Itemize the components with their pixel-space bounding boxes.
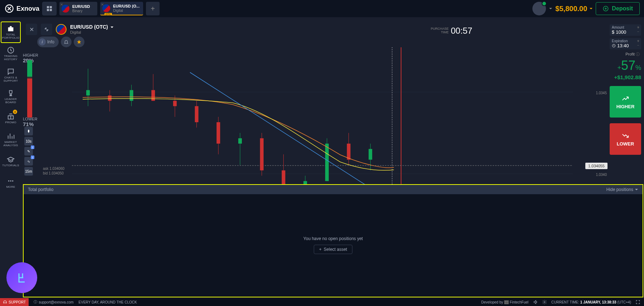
dots-icon bbox=[7, 177, 15, 185]
svg-point-50 bbox=[544, 301, 545, 303]
price-label-lower: 1.0340 bbox=[596, 173, 607, 177]
headset-icon bbox=[3, 300, 7, 304]
exp-minus[interactable]: − bbox=[636, 43, 640, 47]
deposit-button[interactable]: Deposit bbox=[596, 2, 640, 15]
support-button[interactable]: SUPPORT bbox=[0, 298, 29, 306]
timeframe-button[interactable]: 15m bbox=[24, 167, 33, 176]
verified-icon bbox=[542, 1, 547, 6]
notifications-button[interactable] bbox=[61, 37, 72, 47]
svg-rect-6 bbox=[8, 28, 14, 32]
svg-rect-35 bbox=[238, 138, 242, 144]
svg-rect-47 bbox=[369, 149, 372, 160]
corner-logo-icon bbox=[14, 270, 30, 286]
tab-eurusd-digital[interactable]: ✕ OTC EUR/USD (O... Digital bbox=[100, 2, 143, 15]
sidebar-item-portfolio[interactable]: TOTAL PORTFOLIO bbox=[1, 21, 21, 43]
sidebar-item-leaderboard[interactable]: LEADER BOARD bbox=[1, 86, 21, 107]
select-asset-button[interactable]: + Select asset bbox=[314, 245, 352, 254]
purchase-time: PURCHASE TIME 00:57 bbox=[431, 26, 472, 36]
info-icon: i bbox=[39, 38, 46, 46]
exp-plus[interactable]: + bbox=[636, 39, 640, 43]
trend-down-icon bbox=[621, 132, 629, 140]
fullscreen-icon[interactable] bbox=[635, 300, 640, 305]
svg-point-10 bbox=[10, 180, 11, 182]
briefcase-icon bbox=[7, 25, 15, 33]
svg-rect-45 bbox=[347, 144, 351, 160]
sidebar-item-tutorials[interactable]: TUTORIALS bbox=[1, 150, 21, 172]
svg-rect-43 bbox=[325, 144, 329, 181]
chart-icon bbox=[7, 132, 15, 140]
chevron-down-icon bbox=[589, 7, 593, 10]
academic-icon bbox=[7, 156, 15, 163]
hide-positions-button[interactable]: Hide positions bbox=[606, 187, 638, 192]
amount-input[interactable]: Amount? $1000 +− bbox=[610, 24, 641, 36]
sidebar-item-promo[interactable]: 4 PROMO bbox=[1, 107, 21, 129]
tab-eurusd-binary[interactable]: ✕ EUR/USD Binary bbox=[59, 2, 97, 15]
svg-rect-25 bbox=[130, 90, 133, 101]
avatar[interactable] bbox=[532, 2, 546, 15]
close-icon[interactable]: ✕ bbox=[101, 3, 104, 6]
clock-icon bbox=[612, 44, 616, 48]
current-price-tag: 1.034055 bbox=[585, 163, 608, 169]
chat-icon bbox=[7, 68, 15, 76]
sidebar-item-chats[interactable]: CHATS & SUPPORT bbox=[1, 64, 21, 86]
svg-rect-3 bbox=[47, 9, 49, 11]
chevron-down-icon[interactable] bbox=[549, 7, 552, 10]
chart-header: ✕ EUR/USD (OTC) Digital bbox=[23, 21, 644, 37]
portfolio-panel: Total portfolio Hide positions You have … bbox=[23, 184, 643, 297]
deposit-icon bbox=[602, 5, 609, 12]
indicator-button[interactable]: 1∿ bbox=[24, 157, 33, 166]
profit-label: Profit ⓘ bbox=[610, 52, 641, 57]
amount-minus[interactable]: − bbox=[636, 29, 640, 34]
close-chart-button[interactable]: ✕ bbox=[26, 24, 37, 35]
portfolio-title: Total portfolio bbox=[28, 187, 53, 192]
svg-rect-4 bbox=[50, 9, 52, 11]
balance[interactable]: $5,800.00 bbox=[555, 5, 593, 13]
sound-icon[interactable] bbox=[533, 300, 538, 305]
sidebar-item-history[interactable]: TRADING HISTORY bbox=[1, 43, 21, 64]
empty-positions-text: You have no open positions yet bbox=[303, 236, 363, 241]
settings-icon[interactable] bbox=[542, 300, 547, 305]
star-icon bbox=[77, 39, 82, 44]
candle-type-button[interactable] bbox=[24, 127, 33, 135]
chart-tools: 10s 1✎ 1∿ 15m bbox=[24, 127, 33, 176]
trade-panel: Amount? $1000 +− Expiration? 13:40 +− Pr… bbox=[610, 24, 641, 155]
top-bar: Exnova ✕ EUR/USD Binary ✕ OTC EUR/USD (O… bbox=[0, 0, 644, 17]
sidebar-item-analysis[interactable]: MARKET ANALYSIS bbox=[1, 129, 21, 150]
promo-badge: 4 bbox=[13, 110, 17, 114]
svg-point-11 bbox=[12, 180, 14, 182]
sidebar-label: TOTAL PORTFOLIO bbox=[2, 33, 20, 40]
interval-button[interactable]: 10s bbox=[24, 137, 33, 145]
left-sidebar: TOTAL PORTFOLIO TRADING HISTORY CHATS & … bbox=[0, 21, 21, 193]
higher-button[interactable]: HIGHER bbox=[610, 86, 641, 118]
otc-badge: OTC bbox=[104, 13, 112, 15]
favorite-button[interactable] bbox=[74, 37, 84, 47]
brand-logo: Exnova bbox=[4, 4, 39, 14]
svg-rect-1 bbox=[47, 6, 49, 8]
support-email[interactable]: ⓘ support@exnova.com bbox=[34, 300, 73, 305]
bell-icon bbox=[64, 39, 69, 44]
close-icon[interactable]: ✕ bbox=[60, 3, 63, 6]
svg-rect-23 bbox=[108, 95, 112, 101]
amount-plus[interactable]: + bbox=[636, 25, 640, 29]
svg-rect-31 bbox=[195, 106, 199, 122]
profit-amount: +$1,902.88 bbox=[610, 74, 641, 80]
svg-rect-21 bbox=[86, 90, 90, 95]
svg-rect-29 bbox=[173, 101, 177, 106]
brand-logo-icon bbox=[4, 4, 14, 14]
portfolio-header: Total portfolio Hide positions bbox=[24, 185, 643, 194]
info-button[interactable]: i Info bbox=[37, 37, 59, 47]
expiration-input[interactable]: Expiration? 13:40 +− bbox=[610, 38, 641, 49]
chevron-down-icon bbox=[635, 188, 638, 191]
chart-area[interactable]: 1.0345 1.034055 1.0340 Show All 13:25:00… bbox=[35, 47, 610, 208]
draw-button[interactable]: 1✎ bbox=[24, 147, 33, 156]
bottom-bar: SUPPORT ⓘ support@exnova.com EVERY DAY, … bbox=[0, 298, 644, 306]
price-chart bbox=[35, 47, 610, 208]
trophy-icon bbox=[7, 89, 15, 97]
add-tab-button[interactable]: + bbox=[146, 2, 160, 15]
lower-button[interactable]: LOWER bbox=[610, 123, 641, 155]
asset-title[interactable]: EUR/USD (OTC) bbox=[70, 24, 114, 30]
collapse-chart-button[interactable] bbox=[41, 24, 52, 35]
grid-button[interactable] bbox=[42, 2, 57, 15]
sidebar-item-more[interactable]: MORE bbox=[1, 172, 21, 193]
corner-logo[interactable] bbox=[6, 262, 37, 293]
